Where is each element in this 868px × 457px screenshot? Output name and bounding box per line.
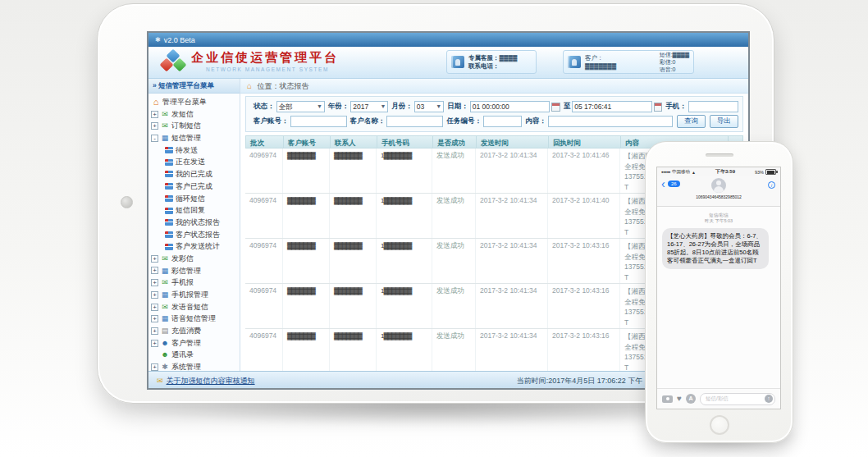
sidebar-item[interactable]: +✱系统管理 xyxy=(151,361,238,371)
customer-label: 客户： xyxy=(585,54,616,62)
account-input[interactable] xyxy=(290,116,347,127)
grid-icon: ▦ xyxy=(160,313,170,325)
cell-contact: ▓▓▓▓▓▓▓ xyxy=(330,194,377,238)
mail-icon: ✉ xyxy=(157,377,163,385)
cell-contact: ▓▓▓▓▓▓▓ xyxy=(330,149,377,193)
tablet-camera-icon xyxy=(121,196,133,208)
cell-contact: ▓▓▓▓▓▓▓ xyxy=(330,284,377,328)
sidebar-item[interactable]: +✉发彩信 xyxy=(151,253,238,265)
page-icon xyxy=(165,183,173,190)
sidebar-item[interactable]: 客户已完成 xyxy=(151,181,238,193)
sidebar-item[interactable]: 我的已完成 xyxy=(151,168,238,181)
sidebar-item[interactable]: 我的状态报告 xyxy=(151,217,238,229)
export-button[interactable]: 导出 xyxy=(710,115,738,128)
sidebar-item[interactable]: +▦彩信管理 xyxy=(151,265,238,277)
name-input[interactable] xyxy=(386,116,443,127)
month-label: 月份： xyxy=(391,102,413,112)
date-from-input[interactable]: 01 00:00:00 xyxy=(470,101,550,112)
sidebar-item[interactable]: 客户发送统计 xyxy=(151,240,238,253)
tree-expander-icon[interactable]: + xyxy=(151,340,158,347)
tree-expander-icon[interactable]: + xyxy=(151,327,158,335)
year-select[interactable]: 2017▼ xyxy=(350,101,388,112)
tree-expander-icon[interactable]: + xyxy=(151,315,158,322)
gear-icon: ✱ xyxy=(155,36,161,43)
date-to-input[interactable]: 05 17:06:41 xyxy=(572,101,651,112)
sidebar-item[interactable]: +☻客户管理 xyxy=(151,337,238,350)
tree-expander-icon[interactable]: - xyxy=(151,135,158,142)
sidebar-item[interactable]: 短信回复 xyxy=(151,204,238,217)
sidebar: » 短信管理平台菜单 ⌂管理平台菜单+✉发短信+✉订制短信-▦短信管理待发送正在… xyxy=(148,79,240,371)
tree-expander-icon[interactable]: + xyxy=(151,267,158,274)
sidebar-header: » 短信管理平台菜单 xyxy=(148,79,240,94)
cell-account: ▓▓▓▓▓▓▓ xyxy=(283,149,330,193)
sidebar-item-label: 客户管理 xyxy=(171,337,201,350)
account-label: 客户账号： xyxy=(254,117,289,126)
page-icon xyxy=(165,231,173,238)
page-icon xyxy=(165,244,173,250)
masked-value: ▓▓▓▓▓▓▓ xyxy=(287,287,315,295)
camera-icon[interactable] xyxy=(662,395,673,403)
grid-icon: ▦ xyxy=(160,289,170,301)
voice-quota: 语音:0 xyxy=(660,66,689,73)
calendar-icon[interactable] xyxy=(654,103,663,112)
cell-send-time: 2017-3-2 10:41:34 xyxy=(476,329,548,371)
sidebar-item[interactable]: +✉发短信 xyxy=(151,108,238,121)
task-input[interactable] xyxy=(483,116,522,127)
sidebar-item[interactable]: 客户状态报告 xyxy=(151,229,238,241)
cell-account: ▓▓▓▓▓▓▓ xyxy=(283,284,330,328)
cell-mobile: 1▓▓▓▓▓▓▓ xyxy=(377,284,432,328)
back-icon[interactable]: ‹ xyxy=(661,178,665,190)
calendar-icon[interactable] xyxy=(551,103,560,112)
sidebar-item[interactable]: -▦短信管理 xyxy=(151,132,238,144)
masked-value: ▓▓▓▓▓▓▓ xyxy=(334,152,362,159)
cell-send-time: 2017-3-2 10:41:34 xyxy=(476,149,548,193)
sidebar-item[interactable]: +▦手机报管理 xyxy=(151,289,238,301)
tree-expander-icon[interactable]: + xyxy=(151,111,158,118)
version-bar: ✱ v2.0 Beta xyxy=(148,33,748,47)
query-button[interactable]: 查询 xyxy=(677,115,706,128)
apps-icon[interactable]: A xyxy=(686,394,696,404)
status-select[interactable]: 全部▼ xyxy=(276,101,325,112)
masked-value: ▓▓▓▓▓▓▓ xyxy=(287,197,315,204)
tree-expander-icon[interactable]: + xyxy=(151,255,158,263)
sidebar-item[interactable]: 正在发送 xyxy=(151,156,238,168)
sidebar-item[interactable]: +✉发语音短信 xyxy=(151,301,238,313)
cell-account: ▓▓▓▓▓▓▓ xyxy=(283,239,330,283)
page-icon xyxy=(165,159,173,166)
sidebar-item-label: 通讯录 xyxy=(171,349,194,361)
sidebar-item[interactable]: +✉手机报 xyxy=(151,276,238,289)
month-select[interactable]: 03▼ xyxy=(414,101,444,112)
tree-expander-icon[interactable]: + xyxy=(151,363,158,371)
sidebar-item[interactable]: 待发送 xyxy=(151,144,238,157)
masked-value: ▓▓▓▓▓▓▓ xyxy=(287,152,315,159)
phone-screen: ●●●●● 中国移动 ▲ 下午3:59 93% ‹ 26 10690434645… xyxy=(656,167,781,409)
cell-batch: 4096974 xyxy=(245,329,283,371)
battery-percent: 93% xyxy=(755,170,764,175)
content-input[interactable] xyxy=(548,116,673,127)
page-icon xyxy=(165,208,173,214)
mobile-input[interactable] xyxy=(688,101,738,112)
tree-expander-icon[interactable]: + xyxy=(151,304,158,311)
tree-expander-icon[interactable]: + xyxy=(151,122,158,130)
person-icon: ☻ xyxy=(160,349,170,361)
home-button[interactable] xyxy=(710,415,729,435)
tree-expander-icon[interactable]: + xyxy=(151,291,158,299)
grid-icon: ▦ xyxy=(160,132,170,144)
sidebar-item[interactable]: +▤充值消费 xyxy=(151,325,238,337)
message-input[interactable]: 短信/彩信 ↑ xyxy=(700,393,775,405)
sidebar-item[interactable]: 循环短信 xyxy=(151,193,238,205)
masked-value: ▓▓▓▓▓▓▓ xyxy=(334,197,362,204)
sidebar-item[interactable]: ⌂管理平台菜单 xyxy=(151,96,238,108)
notice-link[interactable]: 关于加强短信内容审核通知 xyxy=(167,376,255,386)
info-icon[interactable]: i xyxy=(768,181,775,189)
digital-touch-icon[interactable]: ♥ xyxy=(677,395,682,403)
sidebar-item[interactable]: ☻通讯录 xyxy=(151,349,238,361)
column-header: 发送时间 xyxy=(477,136,549,148)
send-button[interactable]: ↑ xyxy=(765,395,773,403)
chevron-down-icon: ▼ xyxy=(433,102,441,112)
unread-badge[interactable]: 26 xyxy=(668,181,680,187)
sidebar-item[interactable]: +✉订制短信 xyxy=(151,120,238,132)
mms-quota: 彩信:0 xyxy=(660,58,689,66)
sidebar-item[interactable]: +▦语音短信管理 xyxy=(151,313,238,325)
tree-expander-icon[interactable]: + xyxy=(151,279,158,286)
